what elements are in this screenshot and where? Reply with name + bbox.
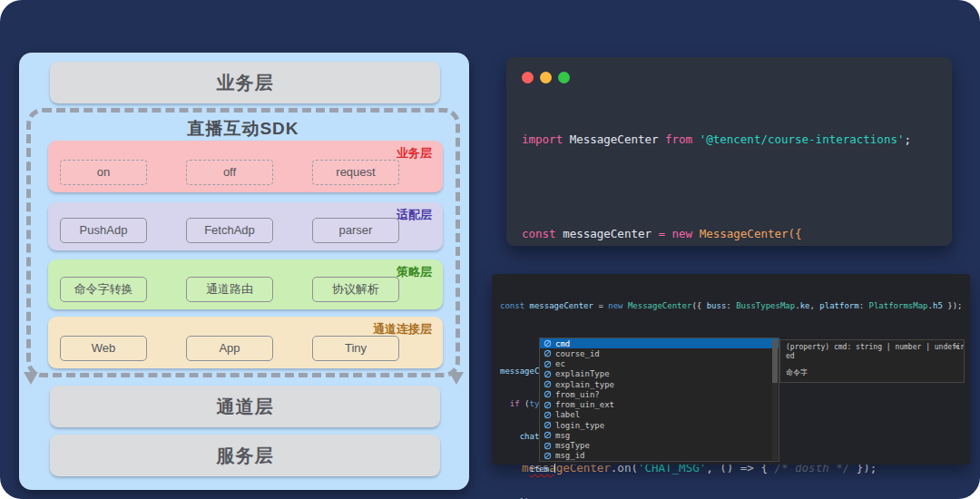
- architecture-diagram: 业务层 直播互动SDK 业务层 on off request 适配层 PushA…: [19, 53, 469, 490]
- field-icon: [544, 370, 552, 378]
- field-icon: [544, 380, 552, 388]
- suggest-item[interactable]: course_id: [540, 348, 779, 358]
- field-icon: [544, 442, 552, 450]
- close-icon[interactable]: ×: [955, 342, 959, 351]
- sdk-layer-strategy: 策略层 命令字转换 通道路由 协议解析: [48, 259, 443, 309]
- suggest-item[interactable]: msg_id: [540, 451, 779, 461]
- error-squiggle: item.: [530, 465, 554, 474]
- window-close-icon: [522, 72, 534, 83]
- sdk-layer-adapter: 适配层 PushAdp FetchAdp parser: [48, 202, 443, 250]
- module-box: request: [312, 160, 399, 185]
- docs-type-line: (property) cmd: string | number | undefi…: [786, 343, 951, 352]
- service-layer-box: 服务层: [50, 435, 440, 476]
- scrollbar-thumb[interactable]: [772, 339, 778, 383]
- module-box: App: [186, 336, 273, 361]
- suggest-item[interactable]: label: [540, 410, 779, 420]
- window-zoom-icon: [558, 72, 570, 83]
- dropdown-scrollbar[interactable]: [772, 339, 778, 460]
- field-icon: [544, 339, 552, 347]
- window-controls: [522, 72, 570, 83]
- module-box: 协议解析: [312, 277, 399, 302]
- window-minimize-icon: [540, 72, 552, 83]
- sdk-layer-channel-connect: 通道连接层 Web App Tiny: [48, 317, 443, 368]
- module-box: FetchAdp: [186, 218, 273, 243]
- docs-description: 命令字: [786, 368, 951, 377]
- business-layer-box: 业务层: [50, 62, 440, 103]
- module-box: 通道路由: [186, 277, 273, 302]
- module-box: off: [186, 160, 273, 185]
- vscode-editor: const messageCenter = new MessageCenter(…: [492, 274, 970, 465]
- suggest-item[interactable]: from_uin_ext: [540, 400, 779, 410]
- layer-title: 业务层: [397, 145, 432, 161]
- text-cursor: [554, 464, 555, 473]
- suggest-docs-panel: (property) cmd: string | number | undefi…: [779, 339, 965, 383]
- code-line: [522, 179, 911, 194]
- layer-boxes: 命令字转换 通道路由 协议解析: [60, 277, 399, 302]
- docs-type-line: ed: [786, 352, 951, 361]
- field-icon: [544, 360, 552, 368]
- suggest-item[interactable]: ec: [540, 359, 779, 369]
- field-icon: [544, 401, 552, 409]
- module-box: Tiny: [312, 336, 399, 361]
- suggest-item[interactable]: msgType: [540, 441, 779, 451]
- field-icon: [544, 411, 552, 419]
- module-box: parser: [312, 218, 399, 243]
- layer-boxes: Web App Tiny: [60, 336, 399, 361]
- code-snippet-card: import MessageCenter from '@tencent/cour…: [506, 57, 952, 246]
- code-line: const messageCenter = new MessageCenter(…: [522, 226, 911, 241]
- layer-boxes: PushAdp FetchAdp parser: [60, 218, 399, 243]
- sdk-layer-business: 业务层 on off request: [48, 141, 443, 192]
- sdk-title: 直播互动SDK: [31, 117, 456, 141]
- field-icon: [544, 390, 552, 398]
- layer-boxes: on off request: [60, 160, 399, 185]
- code-line: import MessageCenter from '@tencent/cour…: [522, 132, 911, 147]
- module-box: PushAdp: [60, 218, 147, 243]
- field-icon: [544, 421, 552, 429]
- module-box: on: [60, 160, 147, 185]
- field-icon: [544, 431, 552, 439]
- layer-title: 适配层: [397, 207, 432, 223]
- module-box: Web: [60, 336, 147, 361]
- code-line-cursor: item.: [500, 464, 963, 475]
- suggest-item[interactable]: login_type: [540, 420, 779, 430]
- down-arrow-icon: [24, 372, 38, 385]
- down-arrow-icon: [449, 372, 464, 385]
- suggest-item[interactable]: msg: [540, 430, 779, 440]
- field-icon: [544, 349, 552, 357]
- suggest-dropdown: cmd course_id ec explainType explain_typ…: [539, 338, 779, 462]
- code-line: const messageCenter = new MessageCenter(…: [500, 300, 963, 311]
- channel-layer-box: 通道层: [50, 386, 440, 427]
- suggest-item[interactable]: from_uin?: [540, 389, 779, 399]
- suggest-item-selected[interactable]: cmd: [540, 338, 779, 348]
- layer-title: 策略层: [397, 264, 432, 280]
- slide-canvas: 业务层 直播互动SDK 业务层 on off request 适配层 PushA…: [0, 0, 980, 499]
- suggest-item[interactable]: explainType: [540, 369, 779, 379]
- field-icon: [544, 452, 552, 460]
- suggest-item[interactable]: explain_type: [540, 379, 779, 389]
- module-box: 命令字转换: [60, 277, 147, 302]
